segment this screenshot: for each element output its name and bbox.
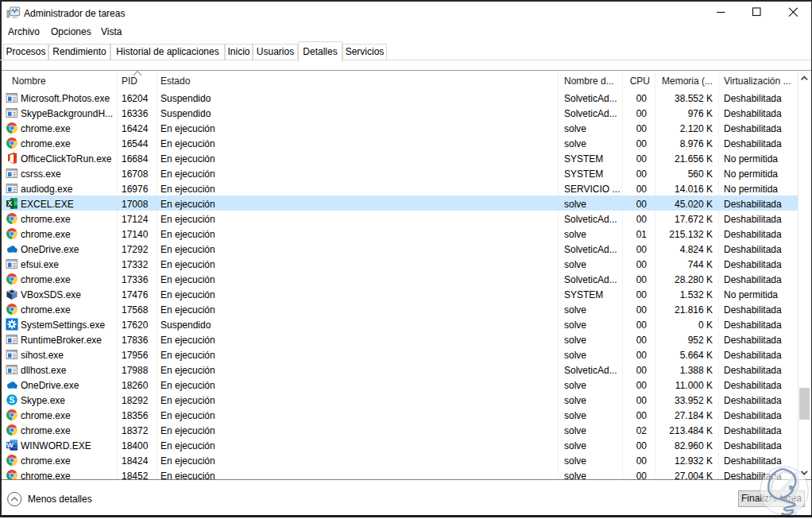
svg-text:S: S [9,395,14,405]
svg-text:X: X [7,199,12,207]
svg-text:W: W [6,441,14,449]
